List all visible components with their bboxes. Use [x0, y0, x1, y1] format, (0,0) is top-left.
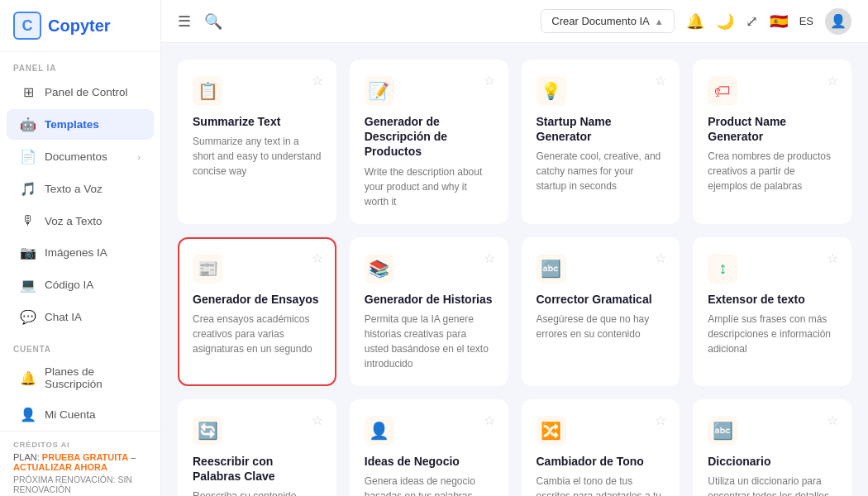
- card-desc-startup-name: Generate cool, creative, and catchy name…: [537, 149, 665, 193]
- card-product-name[interactable]: ☆ 🏷 Product Name Generator Crea nombres …: [693, 60, 851, 224]
- card-icon-ideas-negocio: 👤: [365, 416, 394, 446]
- card-generador-historias[interactable]: ☆ 📚 Generador de Historias Permita que l…: [350, 237, 508, 386]
- sidebar-label-documentos: Documentos: [45, 150, 107, 163]
- logo-icon: C: [13, 12, 41, 40]
- card-title-product-name: Product Name Generator: [708, 114, 837, 144]
- mic-icon: 🎙: [20, 213, 36, 228]
- card-desc-diccionario: Utiliza un diccionario para encontrar to…: [708, 474, 837, 496]
- cuenta-label: CUENTA: [0, 333, 160, 357]
- moon-icon[interactable]: 🌙: [716, 12, 734, 31]
- card-summarize-text[interactable]: ☆ 📋 Summarize Text Summarize any text in…: [178, 60, 336, 224]
- sidebar-label-codigo-ia: Código IA: [45, 279, 93, 291]
- sidebar-label-templates: Templates: [45, 118, 99, 131]
- star-icon[interactable]: ☆: [655, 250, 666, 266]
- grid-icon: ⊞: [20, 84, 36, 100]
- crear-documento-button[interactable]: Crear Documento IA ▲: [541, 9, 674, 33]
- card-cambiador-tono[interactable]: ☆ 🔀 Cambiador de Tono Cambia el tono de …: [522, 399, 680, 496]
- sidebar-label-mi-cuenta: Mi Cuenta: [45, 408, 96, 421]
- card-desc-reescribir: Reescriba su contenido existente incluye…: [193, 489, 322, 496]
- star-icon[interactable]: ☆: [655, 413, 666, 428]
- avatar[interactable]: 👤: [825, 8, 851, 35]
- card-icon-diccionario: 🔤: [708, 416, 737, 446]
- card-generador-descripcion[interactable]: ☆ 📝 Generador de Descripción de Producto…: [350, 60, 508, 224]
- star-icon[interactable]: ☆: [827, 73, 838, 88]
- sidebar-label-panel-control: Panel de Control: [45, 86, 128, 98]
- star-icon[interactable]: ☆: [312, 73, 323, 88]
- card-title-cambiador-tono: Cambiador de Tono: [537, 454, 665, 469]
- card-extensor-texto[interactable]: ☆ ↕ Extensor de texto Amplíe sus frases …: [693, 237, 851, 386]
- card-title-reescribir: Reescribir con Palabras Clave: [193, 454, 322, 484]
- sidebar-label-voz-texto: Voz a Texto: [45, 215, 103, 227]
- content-area: ☆ 📋 Summarize Text Summarize any text in…: [161, 43, 868, 496]
- sidebar-item-panel-control[interactable]: ⊞ Panel de Control: [7, 77, 154, 107]
- card-startup-name[interactable]: ☆ 💡 Startup Name Generator Generate cool…: [522, 60, 680, 224]
- notification-icon[interactable]: 🔔: [686, 12, 704, 31]
- header: ☰ 🔍 Crear Documento IA ▲ 🔔 🌙 ⤢ 🇪🇸 ES 👤: [161, 0, 868, 43]
- star-icon[interactable]: ☆: [827, 413, 838, 428]
- card-icon-startup-name: 💡: [537, 76, 566, 106]
- sidebar-item-mi-cuenta[interactable]: 👤 Mi Cuenta: [7, 399, 154, 430]
- card-title-diccionario: Diccionario: [708, 454, 837, 469]
- card-ideas-negocio[interactable]: ☆ 👤 Ideas de Negocio Genera ideas de neg…: [350, 399, 508, 496]
- star-icon[interactable]: ☆: [655, 73, 666, 88]
- card-icon-generador-ensayos: 📰: [193, 254, 222, 284]
- card-desc-cambiador-tono: Cambia el tono de tus escritos para adap…: [537, 474, 665, 496]
- sidebar-item-planes[interactable]: 🔔 Planes de Suscripción: [7, 358, 154, 398]
- card-desc-generador-ensayos: Crea ensayos académicos creativos para v…: [193, 312, 322, 356]
- logo-text: Copyter: [48, 17, 111, 36]
- flag-icon: 🇪🇸: [770, 12, 788, 31]
- card-icon-product-name: 🏷: [708, 76, 737, 106]
- sidebar-item-texto-voz[interactable]: 🎵 Texto a Voz: [7, 174, 154, 204]
- plan-type-link[interactable]: PRUEBA GRATUITA: [42, 452, 128, 462]
- sidebar-label-chat-ia: Chat IA: [45, 311, 82, 323]
- sidebar-item-documentos[interactable]: 📄 Documentos ›: [7, 141, 154, 172]
- card-title-extensor-texto: Extensor de texto: [708, 292, 837, 307]
- card-desc-extensor-texto: Amplíe sus frases con más descripciones …: [708, 312, 837, 356]
- card-title-generador-historias: Generador de Historias: [365, 292, 494, 307]
- card-title-corrector-gramatical: Corrector Gramatical: [537, 292, 665, 307]
- sidebar-label-imagenes-ia: Imágenes IA: [45, 246, 107, 259]
- document-icon: 📄: [20, 149, 36, 165]
- main-area: ☰ 🔍 Crear Documento IA ▲ 🔔 🌙 ⤢ 🇪🇸 ES 👤 ☆…: [161, 0, 868, 496]
- sidebar-item-codigo-ia[interactable]: 💻 Código IA: [7, 269, 154, 300]
- chevron-down-icon: ▲: [655, 17, 664, 26]
- card-desc-corrector-gramatical: Asegúrese de que no hay errores en su co…: [537, 312, 665, 341]
- expand-icon[interactable]: ⤢: [746, 12, 758, 31]
- star-icon[interactable]: ☆: [312, 413, 323, 428]
- sidebar-item-chat-ia[interactable]: 💬 Chat IA: [7, 302, 154, 332]
- chat-icon: 💬: [20, 309, 36, 325]
- card-diccionario[interactable]: ☆ 🔤 Diccionario Utiliza un diccionario p…: [693, 399, 851, 496]
- star-icon[interactable]: ☆: [827, 250, 838, 266]
- card-title-generador-ensayos: Generador de Ensayos: [193, 292, 322, 307]
- card-icon-summarize-text: 📋: [193, 76, 222, 106]
- star-icon[interactable]: ☆: [484, 250, 495, 266]
- audio-icon: 🎵: [20, 181, 36, 197]
- card-generador-ensayos[interactable]: ☆ 📰 Generador de Ensayos Crea ensayos ac…: [178, 237, 336, 386]
- menu-icon[interactable]: ☰: [178, 12, 191, 31]
- star-icon[interactable]: ☆: [484, 413, 495, 428]
- card-desc-generador-historias: Permita que la IA genere historias creat…: [365, 312, 494, 371]
- user-icon: 👤: [20, 407, 36, 422]
- star-icon[interactable]: ☆: [312, 250, 323, 266]
- card-reescribir[interactable]: ☆ 🔄 Reescribir con Palabras Clave Reescr…: [178, 399, 336, 496]
- card-corrector-gramatical[interactable]: ☆ 🔤 Corrector Gramatical Asegúrese de qu…: [522, 237, 680, 386]
- renovacion-text: PRÓXIMA RENOVACIÓN: SIN RENOVACIÓN: [13, 475, 147, 494]
- sidebar-bottom: CRÉDITOS AI PLAN: PRUEBA GRATUITA – ACTU…: [0, 431, 160, 496]
- card-title-startup-name: Startup Name Generator: [537, 114, 665, 144]
- sidebar-item-templates[interactable]: 🤖 Templates: [7, 109, 154, 140]
- card-desc-product-name: Crea nombres de productos creativos a pa…: [708, 149, 837, 193]
- sidebar-item-voz-texto[interactable]: 🎙 Voz a Texto: [7, 206, 154, 236]
- plan-prefix: PLAN:: [13, 452, 42, 462]
- card-icon-generador-historias: 📚: [365, 254, 394, 284]
- search-icon[interactable]: 🔍: [204, 12, 222, 31]
- bell-icon: 🔔: [20, 370, 36, 386]
- credits-label: CRÉDITOS AI: [13, 440, 147, 449]
- card-title-summarize-text: Summarize Text: [193, 114, 322, 129]
- sidebar-item-imagenes-ia[interactable]: 📷 Imágenes IA: [7, 237, 154, 268]
- upgrade-link[interactable]: ACTUALIZAR AHORA: [13, 462, 107, 472]
- plan-sep: –: [128, 452, 136, 462]
- star-icon[interactable]: ☆: [484, 73, 495, 88]
- code-icon: 💻: [20, 277, 36, 293]
- sidebar: C Copyter PANEL IA ⊞ Panel de Control 🤖 …: [0, 0, 161, 496]
- sidebar-label-texto-voz: Texto a Voz: [45, 183, 103, 195]
